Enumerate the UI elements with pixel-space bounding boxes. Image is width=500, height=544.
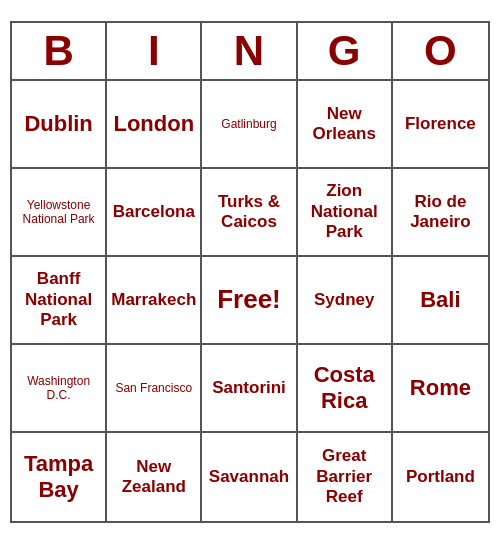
bingo-cell-13: Sydney bbox=[298, 257, 393, 345]
cell-text-9: Rio de Janeiro bbox=[396, 192, 485, 233]
cell-text-12: Free! bbox=[217, 284, 281, 315]
bingo-cell-15: Washington D.C. bbox=[12, 345, 107, 433]
cell-text-24: Portland bbox=[406, 467, 475, 487]
cell-text-1: London bbox=[113, 111, 194, 137]
cell-text-17: Santorini bbox=[212, 378, 286, 398]
bingo-cell-23: Great Barrier Reef bbox=[298, 433, 393, 521]
bingo-cell-14: Bali bbox=[393, 257, 488, 345]
bingo-cell-5: Yellowstone National Park bbox=[12, 169, 107, 257]
bingo-cell-10: Banff National Park bbox=[12, 257, 107, 345]
cell-text-14: Bali bbox=[420, 287, 460, 313]
cell-text-7: Turks & Caicos bbox=[205, 192, 292, 233]
bingo-letter-o: O bbox=[393, 23, 488, 79]
bingo-letter-b: B bbox=[12, 23, 107, 79]
cell-text-5: Yellowstone National Park bbox=[15, 198, 102, 227]
cell-text-21: New Zealand bbox=[110, 457, 197, 498]
bingo-letter-i: I bbox=[107, 23, 202, 79]
bingo-cell-2: Gatlinburg bbox=[202, 81, 297, 169]
cell-text-20: Tampa Bay bbox=[15, 451, 102, 504]
bingo-grid: DublinLondonGatlinburgNew OrleansFlorenc… bbox=[12, 81, 488, 521]
bingo-cell-8: Zion National Park bbox=[298, 169, 393, 257]
bingo-cell-11: Marrakech bbox=[107, 257, 202, 345]
bingo-letter-g: G bbox=[298, 23, 393, 79]
bingo-cell-6: Barcelona bbox=[107, 169, 202, 257]
cell-text-19: Rome bbox=[410, 375, 471, 401]
cell-text-16: San Francisco bbox=[115, 381, 192, 395]
bingo-cell-21: New Zealand bbox=[107, 433, 202, 521]
cell-text-15: Washington D.C. bbox=[15, 374, 102, 403]
bingo-cell-20: Tampa Bay bbox=[12, 433, 107, 521]
bingo-cell-12: Free! bbox=[202, 257, 297, 345]
bingo-cell-4: Florence bbox=[393, 81, 488, 169]
bingo-cell-9: Rio de Janeiro bbox=[393, 169, 488, 257]
cell-text-11: Marrakech bbox=[111, 290, 196, 310]
bingo-cell-3: New Orleans bbox=[298, 81, 393, 169]
cell-text-10: Banff National Park bbox=[15, 269, 102, 330]
cell-text-0: Dublin bbox=[24, 111, 92, 137]
cell-text-8: Zion National Park bbox=[301, 181, 388, 242]
bingo-header: BINGO bbox=[12, 23, 488, 81]
bingo-cell-0: Dublin bbox=[12, 81, 107, 169]
bingo-card: BINGO DublinLondonGatlinburgNew OrleansF… bbox=[10, 21, 490, 523]
cell-text-13: Sydney bbox=[314, 290, 374, 310]
cell-text-2: Gatlinburg bbox=[221, 117, 276, 131]
cell-text-23: Great Barrier Reef bbox=[301, 446, 388, 507]
bingo-cell-16: San Francisco bbox=[107, 345, 202, 433]
bingo-cell-22: Savannah bbox=[202, 433, 297, 521]
cell-text-22: Savannah bbox=[209, 467, 289, 487]
cell-text-4: Florence bbox=[405, 114, 476, 134]
bingo-cell-17: Santorini bbox=[202, 345, 297, 433]
bingo-cell-18: Costa Rica bbox=[298, 345, 393, 433]
bingo-cell-7: Turks & Caicos bbox=[202, 169, 297, 257]
bingo-cell-1: London bbox=[107, 81, 202, 169]
bingo-letter-n: N bbox=[202, 23, 297, 79]
bingo-cell-19: Rome bbox=[393, 345, 488, 433]
cell-text-3: New Orleans bbox=[301, 104, 388, 145]
bingo-cell-24: Portland bbox=[393, 433, 488, 521]
cell-text-18: Costa Rica bbox=[301, 362, 388, 415]
cell-text-6: Barcelona bbox=[113, 202, 195, 222]
